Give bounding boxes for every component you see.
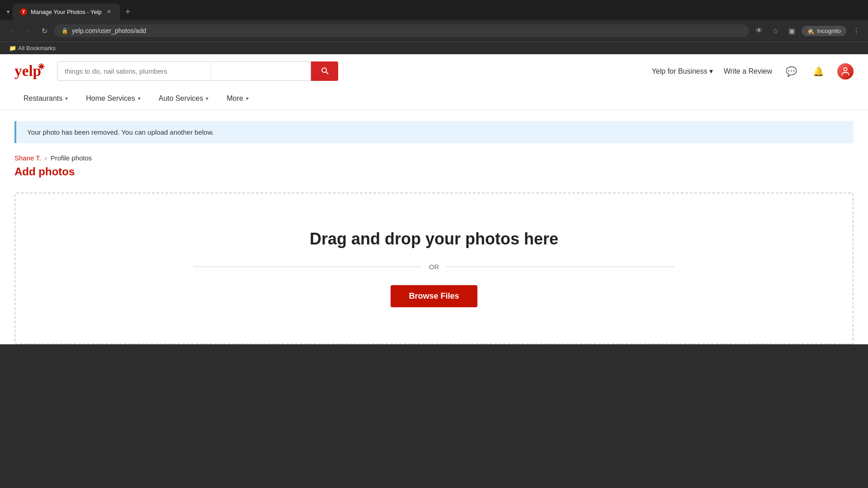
incognito-indicator: 🕵 Incognito — [802, 26, 846, 36]
banner-message: Your photo has been removed. You can upl… — [27, 128, 214, 136]
more-chevron-icon: ▾ — [246, 95, 249, 102]
tab-close-button[interactable]: ✕ — [105, 8, 113, 15]
bookmark-icon[interactable]: ☆ — [769, 24, 782, 37]
breadcrumb: Shane T. › Profile photos — [14, 154, 854, 162]
user-avatar[interactable] — [837, 63, 854, 80]
bookmarks-folder-icon: 📁 — [9, 45, 16, 52]
address-bar[interactable]: 🔒 yelp.com/user_photos/add — [54, 24, 749, 37]
yelp-for-business-chevron: ▾ — [709, 67, 713, 75]
svg-text:yelp: yelp — [14, 63, 41, 79]
breadcrumb-user-link[interactable]: Shane T. — [14, 154, 41, 162]
drag-drop-text: Drag and drop your photos here — [310, 230, 558, 249]
forward-button[interactable]: → — [22, 24, 34, 37]
or-line-left — [193, 267, 421, 267]
search-button[interactable] — [311, 61, 338, 81]
tab-title: Manage Your Photos - Yelp — [31, 9, 102, 15]
active-tab[interactable]: Y Manage Your Photos - Yelp ✕ — [13, 4, 120, 20]
incognito-icon: 🕵 — [807, 28, 814, 34]
yelp-logo[interactable]: yelp — [14, 63, 46, 79]
incognito-label: Incognito — [817, 28, 841, 34]
nav-more[interactable]: More ▾ — [217, 88, 257, 110]
user-icon — [840, 66, 850, 76]
yelp-for-business-button[interactable]: Yelp for Business ▾ — [652, 67, 713, 75]
notifications-icon[interactable]: 🔔 — [810, 63, 826, 80]
restaurants-chevron-icon: ▾ — [65, 95, 68, 102]
back-button[interactable]: ← — [5, 24, 18, 37]
or-line-right — [446, 267, 674, 267]
home-services-chevron-icon: ▾ — [138, 95, 141, 102]
page-title: Add photos — [14, 165, 854, 178]
or-divider: OR — [193, 263, 674, 271]
tab-list-button[interactable]: ▾ — [4, 7, 13, 16]
upload-dropzone[interactable]: Drag and drop your photos here OR Browse… — [14, 192, 854, 344]
bookmarks-label: All Bookmarks — [18, 45, 56, 52]
main-nav: Restaurants ▾ Home Services ▾ Auto Servi… — [14, 88, 854, 110]
search-what-input[interactable] — [57, 62, 211, 80]
tab-favicon: Y — [20, 8, 27, 15]
url-text: yelp.com/user_photos/add — [72, 27, 146, 34]
search-icon — [320, 66, 329, 75]
breadcrumb-separator: › — [45, 155, 47, 162]
search-form: San Francisco, CA — [57, 61, 338, 81]
menu-button[interactable]: ⋮ — [850, 24, 863, 37]
auto-services-chevron-icon: ▾ — [206, 95, 208, 102]
new-tab-button[interactable]: + — [122, 5, 134, 18]
browse-files-button[interactable]: Browse Files — [391, 285, 477, 307]
bookmarks-button[interactable]: 📁 All Bookmarks — [5, 44, 59, 52]
write-review-button[interactable]: Write a Review — [724, 67, 772, 75]
nav-auto-services[interactable]: Auto Services ▾ — [150, 88, 218, 110]
or-text: OR — [422, 263, 447, 271]
nav-restaurants[interactable]: Restaurants ▾ — [14, 88, 77, 110]
lock-icon: 🔒 — [61, 28, 68, 34]
eye-slash-icon: 👁 — [753, 24, 765, 37]
refresh-button[interactable]: ↻ — [38, 24, 51, 37]
yelp-for-business-label: Yelp for Business — [652, 67, 708, 75]
info-banner: Your photo has been removed. You can upl… — [14, 121, 854, 143]
breadcrumb-current: Profile photos — [51, 154, 92, 162]
nav-home-services[interactable]: Home Services ▾ — [77, 88, 149, 110]
side-panel-icon[interactable]: ▣ — [785, 24, 798, 37]
messages-icon[interactable]: 💬 — [783, 63, 799, 80]
search-where-input[interactable]: San Francisco, CA — [211, 62, 311, 80]
